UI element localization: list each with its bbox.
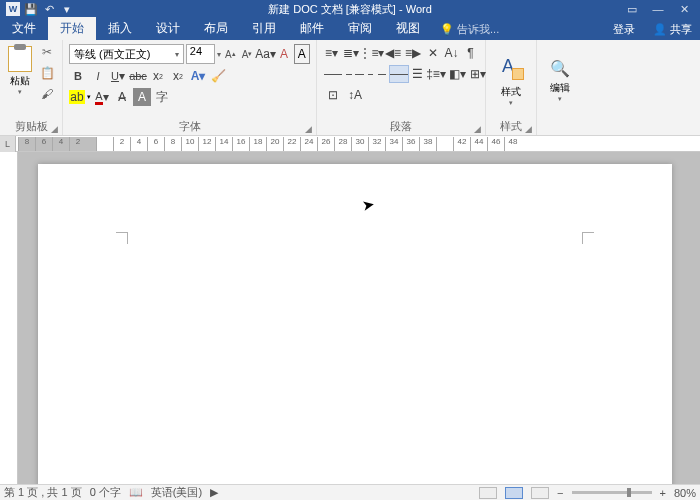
align-center-button[interactable] [345,65,365,83]
tab-design[interactable]: 设计 [144,17,192,40]
zoom-level[interactable]: 80% [674,487,696,499]
tab-insert[interactable]: 插入 [96,17,144,40]
char-border-button[interactable]: A [294,44,311,64]
phonetic-guide-button[interactable]: A [277,45,292,63]
ribbon-options-icon[interactable]: ▭ [620,3,644,16]
cut-icon[interactable]: ✂ [38,45,56,63]
grow-font-button[interactable]: A▴ [223,45,238,63]
save-icon[interactable]: 💾 [24,2,38,16]
borders-button[interactable]: ⊞▾ [469,65,487,83]
share-button[interactable]: 👤共享 [645,19,700,40]
group-paragraph: ≡▾ ≣▾ ⋮≡▾ ◀≡ ≡▶ ✕ A↓ ¶ ☰ ‡≡▾ ◧▾ ⊞▾ ⊡ [317,40,486,135]
page-scroll[interactable] [18,152,700,484]
shrink-font-button[interactable]: A▾ [240,45,255,63]
styles-button[interactable]: 样式 ▾ [490,42,532,120]
read-mode-button[interactable] [479,487,497,499]
asian-layout-button[interactable]: 字 [153,88,171,106]
underline-button[interactable]: U▾ [109,67,127,85]
align-left-button[interactable] [323,65,343,83]
tab-review[interactable]: 审阅 [336,17,384,40]
quick-access-toolbar: W 💾 ↶ ▾ [0,2,80,16]
ruler-body: 2468101214161820222426283032343638424446… [96,137,521,151]
margin-marker-tl [116,232,128,244]
clipboard-dialog-icon[interactable]: ◢ [51,124,58,134]
clear-formatting-button[interactable]: 🧹 [209,67,227,85]
ribbon: 粘贴 ▾ ✂ 📋 🖌 剪贴板◢ 等线 (西文正文)▾ 24 ▾ A▴ A▾ Aa… [0,40,700,136]
enclose-char-button[interactable]: A̶ [113,88,131,106]
line-spacing-button[interactable]: ‡≡▾ [426,65,446,83]
shading-button[interactable]: ◧▾ [448,65,467,83]
macro-icon[interactable]: ▶ [210,486,218,499]
vertical-ruler[interactable] [0,152,18,484]
minimize-icon[interactable]: — [646,3,670,16]
find-icon: 🔍 [550,59,570,78]
numbering-button[interactable]: ≣▾ [342,44,360,62]
zoom-out-button[interactable]: − [557,487,563,499]
tab-view[interactable]: 视图 [384,17,432,40]
snap-button[interactable]: ⊡ [323,86,343,104]
increase-indent-button[interactable]: ≡▶ [404,44,422,62]
document-page[interactable] [38,164,672,484]
spellcheck-icon[interactable]: 📖 [129,486,143,499]
page-count[interactable]: 第 1 页 , 共 1 页 [4,485,82,500]
distribute-button[interactable]: ☰ [411,65,424,83]
tab-selector[interactable]: L [0,136,16,152]
change-case-button[interactable]: Aa▾ [257,45,275,63]
group-clipboard: 粘贴 ▾ ✂ 📋 🖌 剪贴板◢ [0,40,63,135]
text-effects-button[interactable]: A▾ [189,67,207,85]
undo-icon[interactable]: ↶ [42,2,56,16]
login-button[interactable]: 登录 [603,19,645,40]
copy-icon[interactable]: 📋 [38,66,56,84]
share-icon: 👤 [653,23,667,36]
show-marks-button[interactable]: ¶ [462,44,479,62]
justify-button[interactable] [389,65,409,83]
qat-more-icon[interactable]: ▾ [60,2,74,16]
subscript-button[interactable]: x2 [149,67,167,85]
tell-me-input[interactable]: 💡 告诉我... [432,19,603,40]
font-size-dropdown-icon[interactable]: ▾ [217,50,221,59]
zoom-in-button[interactable]: + [660,487,666,499]
font-color-button[interactable]: A▾ [93,88,111,106]
web-layout-button[interactable] [531,487,549,499]
clipboard-label: 剪贴板 [15,120,48,132]
text-direction-button[interactable]: ↕A [345,86,365,104]
group-editing: 🔍 编辑 ▾ [537,40,583,135]
char-shading-button[interactable]: A [133,88,151,106]
tab-layout[interactable]: 布局 [192,17,240,40]
language-status[interactable]: 英语(美国) [151,485,202,500]
ruler-left-margin: 8 6 4 2 [18,137,96,151]
multilevel-button[interactable]: ⋮≡▾ [362,44,382,62]
sort-button[interactable]: A↓ [443,44,460,62]
paragraph-label: 段落 [390,120,412,132]
tab-file[interactable]: 文件 [0,17,48,40]
highlight-button[interactable]: ab [69,90,85,104]
format-painter-icon[interactable]: 🖌 [38,87,56,105]
zoom-slider[interactable] [572,491,652,494]
styles-dialog-icon[interactable]: ◢ [525,124,532,134]
bullets-button[interactable]: ≡▾ [323,44,340,62]
superscript-button[interactable]: x2 [169,67,187,85]
italic-button[interactable]: I [89,67,107,85]
window-controls: ▭ — ✕ [620,3,700,16]
paragraph-dialog-icon[interactable]: ◢ [474,124,481,134]
font-name-input[interactable]: 等线 (西文正文)▾ [69,44,184,64]
bold-button[interactable]: B [69,67,87,85]
tab-mailings[interactable]: 邮件 [288,17,336,40]
editing-button[interactable]: 🔍 编辑 ▾ [541,42,579,120]
print-layout-button[interactable] [505,487,523,499]
strikethrough-button[interactable]: abc [129,67,147,85]
font-dialog-icon[interactable]: ◢ [305,124,312,134]
tab-references[interactable]: 引用 [240,17,288,40]
tab-home[interactable]: 开始 [48,17,96,40]
group-styles: 样式 ▾ 样式◢ [486,40,537,135]
word-count[interactable]: 0 个字 [90,485,121,500]
asian-sort-button[interactable]: ✕ [424,44,441,62]
horizontal-ruler[interactable]: L 8 6 4 2 246810121416182022242628303234… [0,136,700,152]
paste-button[interactable]: 粘贴 ▾ [4,42,36,120]
font-size-input[interactable]: 24 [186,44,215,64]
close-icon[interactable]: ✕ [672,3,696,16]
decrease-indent-button[interactable]: ◀≡ [384,44,402,62]
word-icon[interactable]: W [6,2,20,16]
align-right-button[interactable] [367,65,387,83]
document-area [0,152,700,484]
